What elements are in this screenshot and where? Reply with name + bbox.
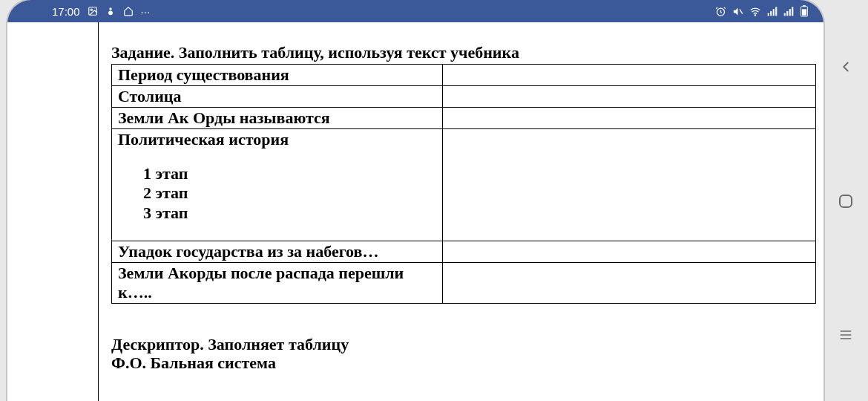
worksheet-table: Период существования Столица Земли Ак Ор…: [111, 64, 816, 304]
row-label: Упадок государства из за набегов…: [112, 241, 443, 263]
task-title: Задание. Заполнить таблицу, используя те…: [111, 43, 816, 62]
home-icon: [123, 6, 134, 16]
gallery-icon: [88, 6, 98, 16]
svg-rect-12: [786, 11, 788, 16]
status-time: 17:00: [52, 5, 80, 18]
svg-rect-8: [770, 11, 772, 16]
svg-rect-17: [802, 9, 806, 15]
svg-rect-13: [789, 9, 791, 16]
row-answer: [443, 65, 816, 86]
status-more: ···: [141, 5, 151, 18]
row-answer: [443, 86, 816, 108]
svg-point-2: [109, 7, 112, 10]
table-row: Земли Ак Орды называются: [112, 108, 816, 129]
nav-bar: [823, 0, 868, 401]
row-label: Период существования: [112, 65, 443, 86]
snowman-icon: [105, 6, 116, 16]
political-title: Политическая история: [118, 130, 436, 149]
descriptor-block: Дескриптор. Заполняет таблицу Ф.О. Бальн…: [111, 335, 816, 373]
svg-point-6: [754, 14, 755, 15]
svg-point-3: [108, 10, 113, 15]
signal1-icon: [767, 6, 777, 16]
status-left: 17:00 ···: [52, 5, 150, 18]
table-row: Упадок государства из за набегов…: [112, 241, 816, 263]
row-answer: [443, 263, 816, 304]
table-row: Земли Акорды после распада перешли к…..: [112, 263, 816, 304]
svg-rect-9: [773, 9, 775, 16]
alarm-icon: [715, 6, 726, 17]
row-answer: [443, 129, 816, 241]
document-viewport[interactable]: Задание. Заполнить таблицу, используя те…: [7, 22, 823, 401]
table-row: Политическая история 1 этап 2 этап 3 эта…: [112, 129, 816, 241]
svg-rect-11: [784, 13, 786, 16]
svg-rect-18: [840, 195, 852, 207]
descriptor-line2: Ф.О. Бальная система: [111, 353, 816, 372]
stage-item: 3 этап: [143, 203, 436, 223]
document-content: Задание. Заполнить таблицу, используя те…: [111, 43, 816, 373]
back-button[interactable]: [838, 59, 854, 75]
stage-item: 1 этап: [143, 164, 436, 183]
svg-line-5: [740, 9, 743, 13]
svg-rect-16: [803, 5, 806, 7]
margin-line: [98, 22, 99, 401]
stage-item: 2 этап: [143, 183, 436, 203]
row-label: Земли Акорды после распада перешли к…..: [112, 263, 443, 304]
row-label: Столица: [112, 86, 443, 108]
home-button[interactable]: [837, 192, 855, 210]
row-label: Земли Ак Орды называются: [112, 108, 443, 129]
svg-rect-7: [768, 13, 769, 16]
recents-button[interactable]: [838, 327, 853, 342]
wifi-icon: [749, 6, 761, 17]
row-answer: [443, 108, 816, 129]
status-right: [715, 5, 809, 17]
descriptor-line1: Дескриптор. Заполняет таблицу: [111, 335, 816, 353]
row-answer: [443, 241, 816, 263]
phone-frame: 17:00 ···: [7, 0, 823, 401]
stages-list: 1 этап 2 этап 3 этап: [118, 164, 436, 223]
battery-icon: [800, 5, 809, 17]
table-row: Период существования: [112, 65, 816, 86]
signal2-icon: [783, 6, 794, 16]
table-row: Столица: [112, 86, 816, 108]
mute-icon: [732, 6, 743, 17]
row-label-political: Политическая история 1 этап 2 этап 3 эта…: [112, 129, 443, 241]
svg-rect-14: [792, 7, 793, 16]
status-bar: 17:00 ···: [7, 0, 823, 22]
svg-rect-10: [775, 7, 777, 16]
svg-point-1: [91, 9, 92, 10]
